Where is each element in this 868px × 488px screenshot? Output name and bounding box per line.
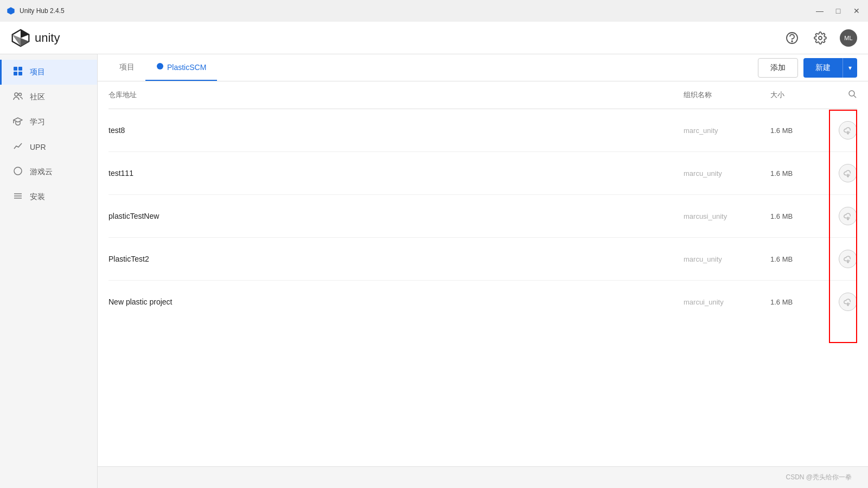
- titlebar-title: Unity Hub 2.4.5: [20, 7, 65, 15]
- cloud-download-button[interactable]: [839, 293, 857, 311]
- svg-point-18: [157, 63, 163, 69]
- table-row: test111 marcu_unity 1.6 MB: [108, 152, 857, 195]
- tab-projects[interactable]: 项目: [108, 54, 145, 81]
- size-val: 1.6 MB: [770, 126, 825, 135]
- size-val: 1.6 MB: [770, 255, 825, 263]
- sidebar-label-learn: 学习: [30, 117, 45, 127]
- community-icon: [12, 91, 23, 103]
- svg-point-7: [819, 36, 822, 40]
- action-col: [825, 293, 857, 311]
- logo-text: unity: [35, 31, 60, 45]
- avatar[interactable]: ML: [840, 29, 857, 47]
- table-row: New plastic project marcui_unity 1.6 MB: [108, 281, 857, 323]
- svg-rect-9: [18, 67, 22, 71]
- org-name: marcu_unity: [684, 169, 770, 178]
- maximize-button[interactable]: □: [833, 6, 843, 16]
- install-icon: [12, 191, 23, 203]
- repo-name: test111: [108, 169, 684, 178]
- table-container: 仓库地址 组织名称 大小: [98, 81, 868, 466]
- table-body: test8 marc_unity 1.6 MB test111 marcu_un…: [108, 109, 857, 323]
- svg-marker-0: [7, 7, 14, 14]
- svg-point-6: [792, 41, 793, 42]
- action-col: [825, 164, 857, 182]
- action-col: [825, 250, 857, 268]
- sidebar-label-upr: UPR: [30, 143, 46, 151]
- header-actions: ML: [783, 29, 857, 47]
- upr-icon: [12, 141, 23, 153]
- plasticscm-tab-icon: [156, 62, 164, 72]
- new-button-group: 新建 ▾: [803, 58, 857, 78]
- org-name: marc_unity: [684, 126, 770, 135]
- sidebar-item-community[interactable]: 社区: [0, 85, 97, 110]
- tabs: 项目 PlasticSCM: [108, 54, 217, 81]
- close-button[interactable]: ✕: [852, 6, 861, 16]
- learn-icon: [12, 116, 23, 128]
- header-org: 组织名称: [684, 90, 770, 100]
- main: 项目 社区 学习: [0, 54, 868, 488]
- sidebar-item-gamecloud[interactable]: 游戏云: [0, 160, 97, 185]
- gamecloud-icon: [12, 166, 23, 178]
- new-button[interactable]: 新建: [803, 58, 843, 78]
- cloud-download-button[interactable]: [839, 164, 857, 182]
- projects-icon: [12, 66, 23, 78]
- unity-logo-icon: [11, 28, 30, 48]
- svg-point-13: [19, 93, 22, 96]
- sidebar-item-upr[interactable]: UPR: [0, 135, 97, 160]
- support-button[interactable]: [783, 29, 801, 47]
- sidebar-label-gamecloud: 游戏云: [30, 167, 53, 177]
- sidebar-label-install: 安装: [30, 192, 45, 202]
- header-action: [825, 89, 857, 101]
- sidebar-item-learn[interactable]: 学习: [0, 110, 97, 135]
- header-repo: 仓库地址: [108, 90, 684, 100]
- svg-line-20: [854, 96, 856, 98]
- sidebar-label-community: 社区: [30, 92, 45, 102]
- tab-projects-label: 项目: [119, 62, 135, 72]
- search-icon[interactable]: [847, 89, 857, 101]
- content-wrapper: 仓库地址 组织名称 大小: [98, 81, 868, 466]
- svg-rect-11: [18, 72, 22, 75]
- minimize-button[interactable]: —: [815, 6, 825, 16]
- logo: unity: [11, 28, 60, 48]
- tab-plasticscm-label: PlasticSCM: [167, 63, 206, 72]
- repo-name: New plastic project: [108, 297, 684, 306]
- sidebar-item-projects[interactable]: 项目: [0, 60, 97, 85]
- org-name: marcui_unity: [684, 298, 770, 306]
- unity-small-icon: [7, 7, 15, 15]
- header: unity ML: [0, 22, 868, 54]
- org-name: marcusi_unity: [684, 212, 770, 220]
- table-header: 仓库地址 组织名称 大小: [108, 81, 857, 109]
- new-dropdown-button[interactable]: ▾: [843, 58, 857, 78]
- titlebar-controls: — □ ✕: [815, 6, 861, 16]
- cloud-download-button[interactable]: [839, 250, 857, 268]
- cloud-download-button[interactable]: [839, 121, 857, 140]
- add-button[interactable]: 添加: [758, 58, 798, 78]
- svg-point-19: [849, 91, 854, 96]
- svg-point-14: [14, 167, 22, 175]
- footer: CSDN @秃头给你一拳: [98, 466, 868, 488]
- size-val: 1.6 MB: [770, 212, 825, 220]
- sidebar-item-install[interactable]: 安装: [0, 185, 97, 210]
- sidebar-label-projects: 项目: [30, 67, 45, 77]
- footer-text: CSDN @秃头给你一拳: [786, 473, 852, 482]
- table-row: plasticTestNew marcusi_unity 1.6 MB: [108, 195, 857, 238]
- action-col: [825, 207, 857, 225]
- settings-button[interactable]: [812, 29, 829, 47]
- cloud-download-button[interactable]: [839, 207, 857, 225]
- header-size: 大小: [770, 90, 825, 100]
- size-val: 1.6 MB: [770, 169, 825, 178]
- repo-name: test8: [108, 126, 684, 135]
- tab-plasticscm[interactable]: PlasticSCM: [145, 54, 217, 81]
- content-area: 项目 PlasticSCM 添加 新建 ▾: [98, 54, 868, 488]
- svg-rect-10: [14, 72, 17, 75]
- org-name: marcu_unity: [684, 255, 770, 263]
- svg-rect-8: [14, 67, 17, 71]
- tabbar: 项目 PlasticSCM 添加 新建 ▾: [98, 54, 868, 81]
- tabbar-buttons: 添加 新建 ▾: [758, 58, 857, 78]
- titlebar: Unity Hub 2.4.5 — □ ✕: [0, 0, 868, 22]
- table-row: test8 marc_unity 1.6 MB: [108, 109, 857, 152]
- repo-name: plasticTestNew: [108, 212, 684, 220]
- svg-point-12: [15, 93, 18, 96]
- sidebar: 项目 社区 学习: [0, 54, 98, 488]
- titlebar-left: Unity Hub 2.4.5: [7, 7, 65, 15]
- table-row: PlasticTest2 marcu_unity 1.6 MB: [108, 238, 857, 281]
